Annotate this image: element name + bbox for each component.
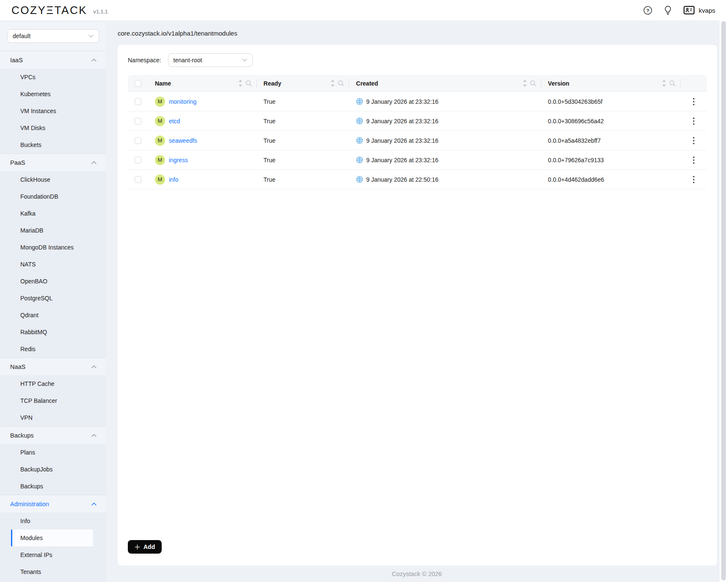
search-icon[interactable]	[669, 80, 676, 86]
sidebar-item-mariadb[interactable]: MariaDB	[0, 222, 106, 239]
module-name-link[interactable]: info	[169, 176, 179, 183]
svg-text:?: ?	[646, 8, 649, 13]
add-button[interactable]: Add	[128, 540, 162, 554]
row-actions-button[interactable]	[689, 116, 699, 126]
select-all-checkbox[interactable]	[135, 80, 141, 87]
sidebar-item-rabbitmq[interactable]: RabbitMQ	[0, 324, 106, 341]
sidebar-item-info[interactable]: Info	[0, 513, 106, 529]
scrollbar-thumb[interactable]	[721, 21, 726, 580]
sidebar-section-administration[interactable]: Administration	[0, 495, 106, 513]
sidebar-item-tenants[interactable]: Tenants	[0, 563, 106, 580]
table-row-ingress: MingressTrue9 January 2026 at 23:32:160.…	[128, 150, 707, 170]
namespace-select[interactable]: tenant-root	[168, 53, 253, 67]
module-avatar: M	[155, 175, 165, 185]
sidebar-item-http-cache[interactable]: HTTP Cache	[0, 375, 106, 392]
project-select-value: default	[13, 33, 88, 39]
sidebar-section-paas[interactable]: PaaS	[0, 153, 106, 171]
column-header-actions	[681, 75, 707, 91]
sidebar-item-label: MariaDB	[20, 227, 43, 234]
row-checkbox[interactable]	[135, 157, 141, 164]
sidebar-menu: IaaSVPCsKubernetesVM InstancesVM DisksBu…	[0, 51, 106, 582]
sidebar-section-label: Administration	[10, 501, 91, 507]
sidebar-item-backups[interactable]: Backups	[0, 478, 106, 495]
sidebar-item-vm-instances[interactable]: VM Instances	[0, 103, 106, 119]
row-checkbox[interactable]	[135, 98, 141, 105]
module-name-link[interactable]: ingress	[169, 157, 188, 164]
sort-icon[interactable]	[662, 79, 666, 87]
row-actions-button[interactable]	[689, 97, 699, 107]
created-cell: 9 January 2026 at 22:50:16	[349, 176, 541, 183]
search-icon[interactable]	[530, 80, 536, 86]
row-checkbox[interactable]	[135, 176, 141, 183]
help-button[interactable]: ?	[643, 6, 652, 15]
row-actions-button[interactable]	[689, 136, 699, 146]
sidebar-item-plans[interactable]: Plans	[0, 444, 106, 461]
sort-icon[interactable]	[331, 79, 335, 87]
sort-icon[interactable]	[238, 79, 243, 87]
sidebar-item-kubernetes[interactable]: Kubernetes	[0, 86, 106, 103]
row-checkbox[interactable]	[135, 118, 141, 125]
sidebar-item-vm-disks[interactable]: VM Disks	[0, 119, 106, 136]
project-select[interactable]: default	[7, 29, 99, 43]
sidebar-item-label: RabbitMQ	[20, 329, 47, 335]
row-select-cell	[128, 118, 148, 125]
user-menu[interactable]: kvaps	[684, 6, 715, 14]
sidebar-item-nats[interactable]: NATS	[0, 256, 106, 273]
table-body: MmonitoringTrue9 January 2026 at 23:32:1…	[128, 92, 707, 189]
sidebar-item-foundationdb[interactable]: FoundationDB	[0, 188, 106, 205]
search-icon[interactable]	[245, 80, 252, 86]
column-header-version: Version	[541, 75, 681, 91]
module-name-link[interactable]: etcd	[169, 118, 180, 125]
ready-cell: True	[257, 98, 350, 105]
theme-toggle-button[interactable]	[664, 6, 672, 15]
module-name-link[interactable]: monitoring	[169, 98, 196, 105]
sidebar-item-openbao[interactable]: OpenBAO	[0, 273, 106, 290]
row-select-cell	[128, 176, 148, 183]
sidebar-item-redis[interactable]: Redis	[0, 341, 106, 358]
app-window: COZYΞTACK v1.1.1 ?	[0, 0, 728, 582]
sort-icon[interactable]	[523, 79, 527, 87]
sidebar-item-label: Kafka	[20, 210, 36, 217]
actions-cell	[681, 136, 707, 146]
top-bar: COZYΞTACK v1.1.1 ?	[0, 0, 728, 20]
sidebar-item-postgresql[interactable]: PostgreSQL	[0, 290, 106, 307]
actions-cell	[681, 116, 707, 126]
sidebar-item-mongodb-instances[interactable]: MongoDB Instances	[0, 239, 106, 256]
row-actions-button[interactable]	[689, 155, 699, 165]
sidebar-item-tcp-balancer[interactable]: TCP Balancer	[0, 392, 106, 409]
sidebar-item-modules[interactable]: Modules	[11, 529, 93, 546]
sidebar-item-clickhouse[interactable]: ClickHouse	[0, 171, 106, 188]
sidebar-item-external-ips[interactable]: External IPs	[0, 546, 106, 563]
sidebar-item-label: Modules	[20, 535, 43, 541]
sidebar-item-backupjobs[interactable]: BackupJobs	[0, 461, 106, 478]
name-cell: Mingress	[148, 155, 257, 165]
sidebar-item-kafka[interactable]: Kafka	[0, 205, 106, 222]
version-cell: 0.0.0+79626a7c9133	[541, 157, 681, 164]
globe-icon	[356, 98, 363, 105]
lightbulb-icon	[664, 6, 672, 15]
name-cell: Metcd	[148, 116, 257, 126]
sidebar-section-iaas[interactable]: IaaS	[0, 51, 106, 69]
module-avatar: M	[155, 97, 165, 107]
kebab-menu-icon	[693, 117, 695, 125]
add-button-label: Add	[143, 543, 155, 550]
row-checkbox[interactable]	[135, 137, 141, 144]
row-actions-button[interactable]	[689, 175, 699, 185]
row-select-cell	[128, 98, 148, 105]
scrollbar[interactable]	[720, 20, 728, 582]
sidebar-item-qdrant[interactable]: Qdrant	[0, 307, 106, 324]
module-avatar: M	[155, 155, 165, 165]
globe-icon	[356, 137, 363, 144]
sidebar-item-buckets[interactable]: Buckets	[0, 136, 106, 153]
module-name-link[interactable]: seaweedfs	[169, 137, 197, 144]
sidebar-section-backups[interactable]: Backups	[0, 426, 106, 444]
sidebar-section-naas[interactable]: NaaS	[0, 358, 106, 375]
sidebar-section-label: PaaS	[10, 159, 91, 166]
sidebar-item-label: External IPs	[20, 552, 52, 558]
sidebar-item-vpn[interactable]: VPN	[0, 409, 106, 426]
modules-table: NameReadyCreatedVersion MmonitoringTrue9…	[128, 75, 707, 189]
plus-icon	[135, 544, 140, 550]
search-icon[interactable]	[338, 80, 344, 86]
namespace-select-value: tenant-root	[174, 57, 242, 64]
sidebar-item-vpcs[interactable]: VPCs	[0, 69, 106, 86]
